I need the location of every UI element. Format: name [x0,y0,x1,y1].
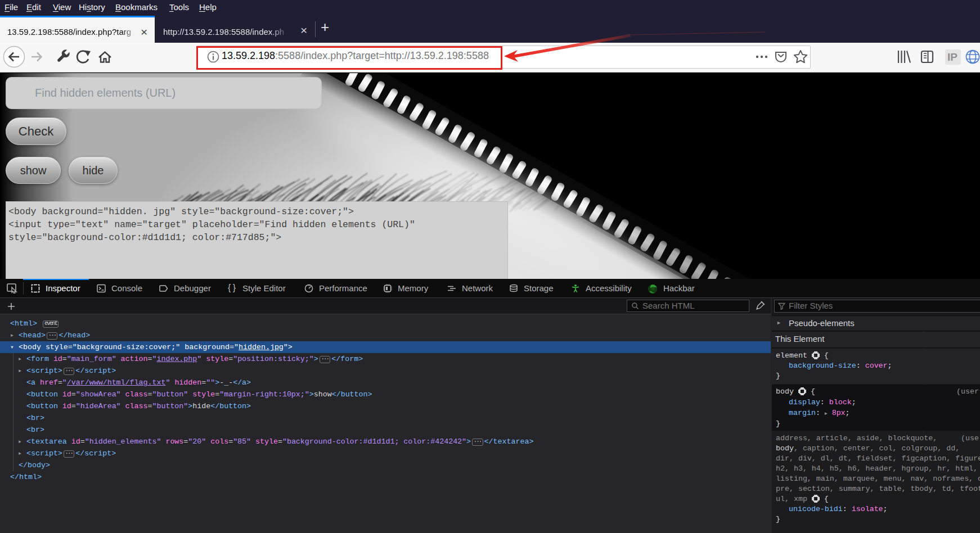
svg-text:IP: IP [947,51,957,63]
